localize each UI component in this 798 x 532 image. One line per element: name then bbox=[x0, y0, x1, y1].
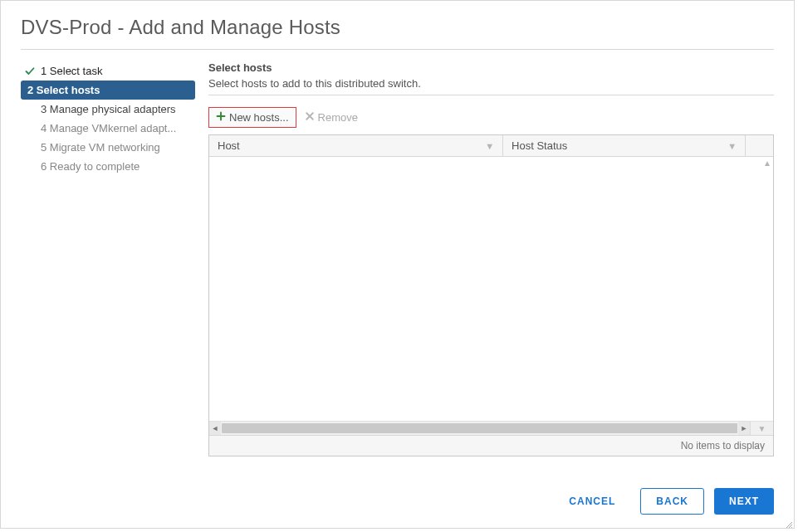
button-label: Remove bbox=[318, 111, 358, 124]
wizard-dialog: DVS-Prod - Add and Manage Hosts 1 Select… bbox=[0, 0, 795, 529]
grid-empty-text: No items to display bbox=[681, 440, 765, 451]
wizard-content: Select hosts Select hosts to add to this… bbox=[208, 61, 774, 456]
button-label: NEXT bbox=[729, 495, 759, 507]
wizard-step-label: 2 Select hosts bbox=[27, 84, 100, 96]
scroll-down-icon[interactable]: ▼ bbox=[758, 424, 766, 433]
grid-header: Host ▼ Host Status ▼ bbox=[209, 135, 773, 157]
grid-toolbar: New hosts... Remove bbox=[208, 107, 774, 128]
filter-icon[interactable]: ▼ bbox=[727, 141, 737, 151]
button-label: New hosts... bbox=[229, 111, 289, 124]
new-hosts-button[interactable]: New hosts... bbox=[208, 107, 296, 128]
wizard-step-manage-physical[interactable]: 3 Manage physical adapters bbox=[21, 100, 195, 119]
grid-scroll-header bbox=[745, 135, 773, 156]
back-button[interactable]: BACK bbox=[640, 488, 704, 515]
check-icon bbox=[24, 66, 36, 77]
dialog-footer: CANCEL BACK NEXT bbox=[554, 488, 774, 515]
wizard-step-label: 6 Ready to complete bbox=[41, 160, 140, 173]
check-icon bbox=[24, 123, 36, 134]
column-label: Host bbox=[218, 139, 240, 152]
check-icon bbox=[24, 161, 36, 173]
dialog-title: DVS-Prod - Add and Manage Hosts bbox=[21, 16, 774, 46]
wizard-step-ready[interactable]: 6 Ready to complete bbox=[21, 157, 195, 176]
check-icon bbox=[24, 104, 36, 115]
scroll-right-icon[interactable]: ► bbox=[738, 422, 750, 435]
grid-body: ▲ bbox=[209, 157, 773, 421]
wizard-step-label: 4 Manage VMkernel adapt... bbox=[41, 122, 176, 134]
svg-line-2 bbox=[791, 527, 792, 528]
grid-footer: No items to display bbox=[209, 435, 773, 456]
button-label: BACK bbox=[656, 495, 688, 507]
wizard-step-manage-vmkernel[interactable]: 4 Manage VMkernel adapt... bbox=[21, 119, 195, 138]
scroll-up-icon[interactable]: ▲ bbox=[763, 159, 771, 168]
section-title: Select hosts bbox=[208, 61, 774, 74]
wizard-step-select-task[interactable]: 1 Select task bbox=[21, 61, 195, 81]
grid-column-host[interactable]: Host ▼ bbox=[209, 135, 502, 156]
wizard-step-label: 1 Select task bbox=[41, 65, 102, 77]
divider bbox=[208, 95, 774, 95]
scroll-left-icon[interactable]: ◄ bbox=[209, 422, 221, 435]
wizard-step-label: 5 Migrate VM networking bbox=[41, 141, 160, 154]
scroll-track[interactable] bbox=[222, 423, 737, 433]
column-label: Host Status bbox=[512, 139, 567, 152]
wizard-step-label: 3 Manage physical adapters bbox=[41, 103, 176, 115]
wizard-steps: 1 Select task 2 Select hosts 3 Manage ph… bbox=[21, 61, 195, 456]
wizard-step-select-hosts[interactable]: 2 Select hosts bbox=[21, 81, 195, 100]
scroll-corner: ▼ bbox=[750, 422, 773, 435]
section-subtitle: Select hosts to add to this distributed … bbox=[208, 77, 774, 90]
filter-icon[interactable]: ▼ bbox=[485, 141, 494, 151]
wizard-step-migrate-vm[interactable]: 5 Migrate VM networking bbox=[21, 138, 195, 157]
next-button[interactable]: NEXT bbox=[714, 488, 774, 515]
button-label: CANCEL bbox=[569, 495, 615, 507]
divider bbox=[21, 49, 774, 50]
resize-handle-icon[interactable] bbox=[784, 518, 792, 526]
grid-horizontal-scrollbar[interactable]: ◄ ► ▼ bbox=[209, 421, 773, 435]
remove-button: Remove bbox=[305, 111, 358, 124]
check-icon bbox=[24, 142, 36, 154]
close-icon bbox=[305, 111, 315, 124]
plus-icon bbox=[216, 111, 226, 124]
hosts-grid: Host ▼ Host Status ▼ ▲ ◄ ► bbox=[208, 134, 774, 456]
dialog-body: 1 Select task 2 Select hosts 3 Manage ph… bbox=[21, 61, 774, 456]
cancel-button[interactable]: CANCEL bbox=[554, 488, 630, 515]
grid-column-host-status[interactable]: Host Status ▼ bbox=[502, 135, 745, 156]
